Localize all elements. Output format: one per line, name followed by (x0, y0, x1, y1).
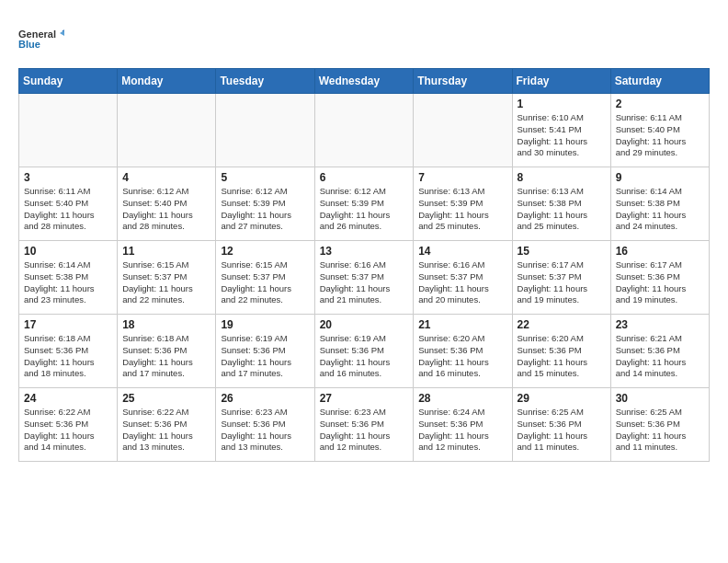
calendar: Sunday Monday Tuesday Wednesday Thursday… (18, 68, 710, 462)
calendar-cell: 10Sunrise: 6:14 AMSunset: 5:38 PMDayligh… (19, 241, 118, 315)
calendar-cell: 19Sunrise: 6:19 AMSunset: 5:36 PMDayligh… (216, 315, 314, 388)
calendar-cell: 12Sunrise: 6:15 AMSunset: 5:37 PMDayligh… (216, 241, 314, 315)
calendar-cell: 26Sunrise: 6:23 AMSunset: 5:36 PMDayligh… (216, 388, 314, 462)
day-info: Sunrise: 6:12 AMSunset: 5:39 PMDaylight:… (221, 186, 309, 233)
calendar-cell: 28Sunrise: 6:24 AMSunset: 5:36 PMDayligh… (414, 388, 512, 462)
calendar-cell: 30Sunrise: 6:25 AMSunset: 5:36 PMDayligh… (610, 388, 709, 462)
day-info: Sunrise: 6:10 AMSunset: 5:41 PMDaylight:… (518, 112, 606, 159)
calendar-cell (118, 94, 216, 167)
header-saturday: Saturday (610, 69, 709, 94)
day-number: 5 (221, 171, 309, 184)
day-info: Sunrise: 6:21 AMSunset: 5:36 PMDaylight:… (616, 333, 704, 380)
header-wednesday: Wednesday (314, 69, 414, 94)
header-tuesday: Tuesday (216, 69, 314, 94)
logo-svg: General Blue (18, 18, 64, 59)
day-info: Sunrise: 6:18 AMSunset: 5:36 PMDaylight:… (24, 333, 112, 380)
header-friday: Friday (512, 69, 610, 94)
calendar-cell: 16Sunrise: 6:17 AMSunset: 5:36 PMDayligh… (610, 241, 709, 315)
day-info: Sunrise: 6:15 AMSunset: 5:37 PMDaylight:… (221, 259, 309, 306)
day-info: Sunrise: 6:16 AMSunset: 5:37 PMDaylight:… (418, 259, 506, 306)
calendar-cell: 13Sunrise: 6:16 AMSunset: 5:37 PMDayligh… (314, 241, 414, 315)
calendar-cell: 3Sunrise: 6:11 AMSunset: 5:40 PMDaylight… (19, 167, 118, 241)
calendar-cell: 7Sunrise: 6:13 AMSunset: 5:39 PMDaylight… (414, 167, 512, 241)
calendar-header-row: Sunday Monday Tuesday Wednesday Thursday… (19, 69, 710, 94)
day-info: Sunrise: 6:23 AMSunset: 5:36 PMDaylight:… (320, 407, 409, 454)
day-number: 15 (518, 245, 606, 258)
day-number: 28 (418, 392, 506, 405)
day-info: Sunrise: 6:13 AMSunset: 5:38 PMDaylight:… (518, 186, 606, 233)
logo: General Blue (18, 18, 64, 59)
day-number: 3 (24, 171, 112, 184)
calendar-cell (216, 94, 314, 167)
calendar-week-5: 24Sunrise: 6:22 AMSunset: 5:36 PMDayligh… (19, 388, 710, 462)
day-number: 10 (24, 245, 112, 258)
day-number: 26 (221, 392, 309, 405)
day-number: 13 (320, 245, 409, 258)
calendar-cell: 20Sunrise: 6:19 AMSunset: 5:36 PMDayligh… (314, 315, 414, 388)
day-number: 16 (616, 245, 704, 258)
day-info: Sunrise: 6:12 AMSunset: 5:40 PMDaylight:… (122, 186, 210, 233)
day-number: 6 (320, 171, 409, 184)
svg-text:Blue: Blue (18, 39, 40, 50)
calendar-cell: 14Sunrise: 6:16 AMSunset: 5:37 PMDayligh… (414, 241, 512, 315)
calendar-cell: 4Sunrise: 6:12 AMSunset: 5:40 PMDaylight… (118, 167, 216, 241)
calendar-week-1: 1Sunrise: 6:10 AMSunset: 5:41 PMDaylight… (19, 94, 710, 167)
day-info: Sunrise: 6:20 AMSunset: 5:36 PMDaylight:… (418, 333, 506, 380)
header-sunday: Sunday (19, 69, 118, 94)
day-info: Sunrise: 6:23 AMSunset: 5:36 PMDaylight:… (221, 407, 309, 454)
day-number: 23 (616, 318, 704, 331)
day-info: Sunrise: 6:12 AMSunset: 5:39 PMDaylight:… (320, 186, 409, 233)
day-number: 18 (122, 318, 210, 331)
day-info: Sunrise: 6:11 AMSunset: 5:40 PMDaylight:… (24, 186, 112, 233)
day-info: Sunrise: 6:22 AMSunset: 5:36 PMDaylight:… (122, 407, 210, 454)
day-number: 9 (616, 171, 704, 184)
day-number: 4 (122, 171, 210, 184)
day-number: 2 (616, 98, 704, 110)
calendar-cell: 17Sunrise: 6:18 AMSunset: 5:36 PMDayligh… (19, 315, 118, 388)
day-info: Sunrise: 6:19 AMSunset: 5:36 PMDaylight:… (320, 333, 409, 380)
day-info: Sunrise: 6:14 AMSunset: 5:38 PMDaylight:… (616, 186, 704, 233)
day-number: 1 (518, 98, 606, 110)
header-thursday: Thursday (414, 69, 512, 94)
calendar-cell: 9Sunrise: 6:14 AMSunset: 5:38 PMDaylight… (610, 167, 709, 241)
day-info: Sunrise: 6:24 AMSunset: 5:36 PMDaylight:… (418, 407, 506, 454)
calendar-cell: 24Sunrise: 6:22 AMSunset: 5:36 PMDayligh… (19, 388, 118, 462)
calendar-cell: 21Sunrise: 6:20 AMSunset: 5:36 PMDayligh… (414, 315, 512, 388)
header: General Blue (18, 18, 710, 59)
calendar-cell: 2Sunrise: 6:11 AMSunset: 5:40 PMDaylight… (610, 94, 709, 167)
calendar-cell: 11Sunrise: 6:15 AMSunset: 5:37 PMDayligh… (118, 241, 216, 315)
calendar-cell: 15Sunrise: 6:17 AMSunset: 5:37 PMDayligh… (512, 241, 610, 315)
calendar-cell: 29Sunrise: 6:25 AMSunset: 5:36 PMDayligh… (512, 388, 610, 462)
day-number: 17 (24, 318, 112, 331)
calendar-cell: 18Sunrise: 6:18 AMSunset: 5:36 PMDayligh… (118, 315, 216, 388)
calendar-cell: 25Sunrise: 6:22 AMSunset: 5:36 PMDayligh… (118, 388, 216, 462)
calendar-week-3: 10Sunrise: 6:14 AMSunset: 5:38 PMDayligh… (19, 241, 710, 315)
page: General Blue Sunday Monday Tuesday Wedne… (0, 0, 728, 471)
day-info: Sunrise: 6:15 AMSunset: 5:37 PMDaylight:… (122, 259, 210, 306)
day-number: 24 (24, 392, 112, 405)
calendar-week-4: 17Sunrise: 6:18 AMSunset: 5:36 PMDayligh… (19, 315, 710, 388)
calendar-week-2: 3Sunrise: 6:11 AMSunset: 5:40 PMDaylight… (19, 167, 710, 241)
day-number: 11 (122, 245, 210, 258)
day-number: 25 (122, 392, 210, 405)
calendar-cell: 23Sunrise: 6:21 AMSunset: 5:36 PMDayligh… (610, 315, 709, 388)
day-info: Sunrise: 6:25 AMSunset: 5:36 PMDaylight:… (616, 407, 704, 454)
day-number: 20 (320, 318, 409, 331)
day-info: Sunrise: 6:14 AMSunset: 5:38 PMDaylight:… (24, 259, 112, 306)
day-info: Sunrise: 6:20 AMSunset: 5:36 PMDaylight:… (518, 333, 606, 380)
day-number: 22 (518, 318, 606, 331)
day-number: 7 (418, 171, 506, 184)
day-number: 21 (418, 318, 506, 331)
day-number: 19 (221, 318, 309, 331)
day-number: 12 (221, 245, 309, 258)
day-number: 30 (616, 392, 704, 405)
calendar-cell (19, 94, 118, 167)
day-info: Sunrise: 6:22 AMSunset: 5:36 PMDaylight:… (24, 407, 112, 454)
day-info: Sunrise: 6:19 AMSunset: 5:36 PMDaylight:… (221, 333, 309, 380)
svg-text:General: General (18, 29, 56, 40)
calendar-cell (314, 94, 414, 167)
day-info: Sunrise: 6:17 AMSunset: 5:37 PMDaylight:… (518, 259, 606, 306)
day-info: Sunrise: 6:17 AMSunset: 5:36 PMDaylight:… (616, 259, 704, 306)
calendar-cell (414, 94, 512, 167)
day-info: Sunrise: 6:11 AMSunset: 5:40 PMDaylight:… (616, 112, 704, 159)
